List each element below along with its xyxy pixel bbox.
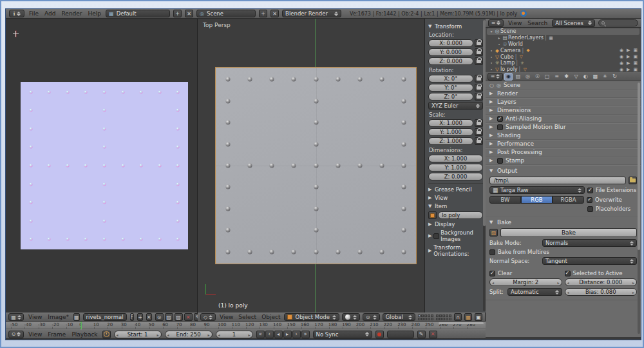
jump-to-end-button[interactable]: » [301, 331, 310, 338]
expand-icon[interactable]: • [489, 67, 494, 72]
file-extensions-option[interactable]: File Extensions [587, 187, 636, 193]
selected-to-active-checkbox[interactable] [565, 271, 571, 276]
layer-toggle[interactable] [446, 318, 448, 320]
keying-set-dropdown[interactable] [387, 331, 414, 338]
outliner-row-world[interactable]: •☉World [487, 41, 639, 48]
split-dropdown[interactable]: Automatic [507, 288, 562, 296]
anti-aliasing-checkbox[interactable] [497, 116, 503, 122]
bake-button[interactable]: Bake [500, 228, 637, 237]
tab-render[interactable]: ◉ [504, 73, 513, 81]
timeline-scrollbar[interactable] [439, 322, 484, 324]
frame-tick[interactable]: 100 [218, 322, 231, 329]
sampled-motion-blur-checkbox[interactable] [497, 124, 503, 130]
frame-tick[interactable]: 90 [204, 322, 218, 329]
sync-mode-dropdown[interactable]: No Sync [313, 331, 372, 338]
panel-view[interactable]: ▶ View [428, 195, 483, 201]
panel-stamp[interactable]: ▶Stamp [486, 157, 641, 165]
scale-x-field[interactable]: X: 1.000 [428, 119, 473, 127]
scale-y-field[interactable]: Y: 1.000 [428, 128, 473, 136]
panel-shading[interactable]: ▶Shading [486, 131, 641, 140]
frame-tick[interactable]: 150 [287, 322, 300, 329]
location-y-field[interactable]: Y: 0.000 [428, 48, 473, 56]
layer-toggle[interactable] [424, 318, 427, 320]
expand-icon[interactable]: • [489, 48, 494, 53]
frame-tick[interactable]: -10 [66, 322, 79, 329]
frame-tick[interactable]: 50 [149, 322, 162, 329]
frame-tick[interactable]: 80 [190, 322, 204, 329]
layer-toggle[interactable] [431, 318, 433, 320]
object-name-field[interactable]: lo poly [438, 211, 483, 219]
tab-object[interactable]: □ [543, 73, 551, 81]
timeline-ruler[interactable]: -50-40-30-20-100102030405060708090100110… [6, 322, 486, 329]
dimensions-z-field[interactable]: Z: 0.000 [428, 173, 483, 180]
menu-object[interactable]: Object [260, 314, 281, 320]
file-extensions-checkbox[interactable] [587, 188, 593, 193]
visibility-eye-icon[interactable]: ◉ [620, 54, 623, 59]
bake-from-multires-option[interactable]: Bake from Multires [489, 249, 549, 255]
panel-transform[interactable]: ▼ Transform [428, 23, 483, 30]
snap-magnet-icon[interactable]: ∩ [454, 313, 462, 321]
frame-tick[interactable]: 220 [384, 322, 397, 329]
color-mode-rgb[interactable]: RGB [521, 196, 553, 204]
render-engine-selector[interactable]: Blender Render [282, 10, 341, 17]
margin-slider[interactable]: ◂Margin: 2▸ [489, 278, 562, 286]
renderability-camera-icon[interactable]: ▣ [633, 54, 638, 59]
tab-modifiers[interactable]: ✱ [562, 73, 571, 81]
lock-icon[interactable] [475, 137, 483, 145]
delete-scene-button[interactable]: ✕ [270, 10, 279, 17]
tab-physics[interactable]: ↻ [611, 73, 619, 81]
screen-layout-selector[interactable]: ▦ Default [106, 10, 170, 17]
lock-icon[interactable] [475, 128, 483, 136]
layer-toggle[interactable] [436, 318, 439, 320]
delete-layout-button[interactable]: ✕ [185, 10, 193, 17]
editor-type-button-properties[interactable]: ≡ [488, 73, 503, 81]
expand-icon[interactable]: ▾ [489, 29, 494, 34]
delete-keyframe-icon[interactable]: ✕ [429, 331, 437, 338]
outliner-row-camera[interactable]: •◆Camera|◆◉▶▣ [487, 47, 639, 53]
mode-dropdown[interactable]: Object Mode [284, 313, 339, 321]
layer-toggle[interactable] [442, 314, 445, 317]
pivot-icon[interactable]: ⊙ [155, 313, 164, 321]
tab-texture[interactable]: ▩ [591, 73, 600, 81]
file-browse-button[interactable] [629, 177, 637, 184]
expand-icon[interactable]: ▸ [497, 35, 502, 40]
placeholders-option[interactable]: Placeholders [587, 206, 630, 212]
bake-mode-dropdown[interactable]: Normals [542, 239, 637, 247]
menu-playback[interactable]: Playback [70, 331, 99, 338]
panel-item[interactable]: ▼ Item [428, 203, 483, 209]
layer-toggle[interactable] [446, 314, 448, 317]
lock-icon[interactable] [475, 75, 483, 82]
panel-transform-orientations[interactable]: ▶ Transform Orientations: [428, 244, 483, 257]
add-scene-button[interactable]: + [259, 10, 267, 17]
layer-toggle[interactable] [439, 314, 442, 317]
clear-checkbox[interactable] [489, 271, 495, 276]
outliner-row-cube[interactable]: •▽Cube|▽◉▶▣ [487, 53, 639, 60]
menu-image[interactable]: Image* [46, 314, 70, 320]
play-button[interactable]: ▸ [283, 331, 292, 338]
frame-tick[interactable]: -40 [24, 322, 37, 329]
insert-keyframe-icon[interactable]: ✎ [417, 331, 426, 338]
layer-toggle[interactable] [431, 314, 433, 317]
panel-render[interactable]: ▶Render [486, 90, 641, 98]
rotation-y-field[interactable]: Y: 0° [428, 84, 473, 92]
outliner-row-scene[interactable]: ▾◎Scene [487, 28, 639, 35]
frame-tick[interactable]: 120 [245, 322, 259, 329]
layer-toggle[interactable] [421, 318, 424, 320]
layer-toggle[interactable] [428, 318, 430, 320]
expand-icon[interactable]: • [497, 42, 502, 46]
visibility-eye-icon[interactable]: ◉ [620, 61, 623, 66]
layer-toggle[interactable] [442, 318, 445, 320]
editor-type-button-timeline[interactable]: ⊙ [8, 331, 24, 338]
frame-tick[interactable]: 160 [301, 322, 314, 329]
properties-scrollbar[interactable] [638, 82, 640, 334]
visibility-eye-icon[interactable]: ◉ [620, 67, 623, 72]
normal-map-image[interactable] [21, 82, 188, 249]
outliner-row-lo-poly[interactable]: •▽lo poly|▽◉▶▣ [487, 66, 639, 72]
frame-tick[interactable]: 30 [121, 322, 135, 329]
panel-anti-aliasing[interactable]: ▶Anti-Aliasing [486, 115, 641, 123]
location-z-field[interactable]: Z: 0.000 [428, 57, 473, 65]
lock-icon[interactable] [475, 57, 483, 65]
rotation-mode-dropdown[interactable]: XYZ Euler [428, 102, 483, 110]
end-frame-field[interactable]: ◂End: 250▸ [165, 331, 213, 338]
panel-performance[interactable]: ▶Performance [486, 140, 641, 148]
